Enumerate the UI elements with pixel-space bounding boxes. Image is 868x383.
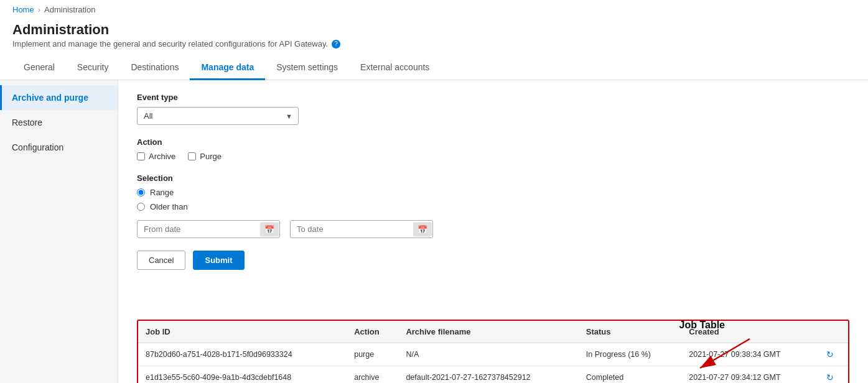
action-checkboxes: Archive Purge (137, 152, 849, 161)
col-job-id: Job ID (138, 321, 347, 343)
purge-checkbox[interactable] (188, 152, 196, 160)
breadcrumb-current: Administration (44, 5, 95, 14)
annotation-label: Job Table (679, 320, 726, 331)
to-date-wrapper: 📅 (290, 220, 433, 238)
cell-action: archive (347, 366, 398, 384)
tab-system-settings[interactable]: System settings (265, 56, 349, 80)
older-than-label: Older than (150, 202, 188, 211)
breadcrumb-home-link[interactable]: Home (12, 5, 34, 14)
cell-action: purge (347, 343, 398, 366)
submit-button[interactable]: Submit (193, 251, 244, 270)
event-type-label: Event type (137, 93, 849, 102)
to-date-input[interactable] (290, 220, 433, 238)
col-refresh (819, 321, 848, 343)
cell-job-id: e1d13e55-5c60-409e-9a1b-4d3cdebf1648 (138, 366, 347, 384)
main-content: Event type All Transaction System ▼ Acti… (118, 80, 868, 383)
date-row: 📅 📅 (137, 220, 849, 238)
col-action: Action (347, 321, 398, 343)
tab-destinations[interactable]: Destinations (119, 56, 190, 80)
event-type-select-wrapper: All Transaction System ▼ (137, 107, 299, 125)
breadcrumb: Home › Administration (0, 0, 868, 19)
selection-label: Selection (137, 173, 849, 183)
tab-security[interactable]: Security (66, 56, 120, 80)
page-header: Administration Implement and manage the … (0, 19, 868, 56)
selection-radios: Range Older than (137, 188, 849, 211)
from-date-wrapper: 📅 (137, 220, 280, 238)
col-status: Status (579, 321, 682, 343)
refresh-icon[interactable]: ↻ (826, 372, 834, 382)
annotation-area: Job Table Job ID Action Archive fi (137, 320, 849, 383)
sidebar-item-configuration[interactable]: Configuration (0, 135, 118, 160)
tab-external-accounts[interactable]: External accounts (349, 56, 441, 80)
main-layout: Archive and purge Restore Configuration … (0, 80, 868, 383)
cell-archive-filename: default-2021-07-27-1627378452912 (398, 366, 578, 384)
page-subtitle: Implement and manage the general and sec… (12, 39, 856, 48)
sidebar: Archive and purge Restore Configuration (0, 80, 118, 383)
cancel-button[interactable]: Cancel (137, 251, 185, 270)
cell-refresh: ↻ (819, 343, 848, 366)
range-label: Range (150, 188, 174, 197)
tab-general[interactable]: General (12, 56, 66, 80)
tab-manage-data[interactable]: Manage data (190, 56, 265, 80)
from-date-input[interactable] (137, 220, 280, 238)
older-than-radio[interactable] (137, 203, 145, 211)
tab-bar: General Security Destinations Manage dat… (0, 56, 868, 80)
form-buttons: Cancel Submit (137, 251, 849, 270)
range-radio[interactable] (137, 188, 145, 196)
purge-label: Purge (200, 152, 222, 161)
sidebar-item-archive-purge[interactable]: Archive and purge (0, 85, 118, 110)
svg-line-1 (700, 339, 750, 368)
cell-job-id: 87b20d60-a751-4028-b171-5f0d96933324 (138, 343, 347, 366)
sidebar-item-restore[interactable]: Restore (0, 110, 118, 135)
cell-status: Completed (579, 366, 682, 384)
cell-status: In Progress (16 %) (579, 343, 682, 366)
breadcrumb-separator: › (38, 5, 40, 14)
cell-archive-filename: N/A (398, 343, 578, 366)
range-radio-label[interactable]: Range (137, 188, 849, 197)
subtitle-text: Implement and manage the general and sec… (12, 39, 328, 48)
purge-checkbox-label[interactable]: Purge (188, 152, 222, 161)
archive-checkbox[interactable] (137, 152, 145, 160)
action-label: Action (137, 137, 849, 147)
refresh-icon[interactable]: ↻ (826, 349, 834, 359)
annotation-arrow-icon (688, 336, 762, 373)
older-than-radio-label[interactable]: Older than (137, 202, 849, 211)
selection-section: Selection Range Older than 📅 (137, 173, 849, 238)
info-icon[interactable]: ? (332, 40, 340, 48)
col-archive-filename: Archive filename (398, 321, 578, 343)
action-section: Action Archive Purge (137, 137, 849, 161)
archive-checkbox-label[interactable]: Archive (137, 152, 175, 161)
from-date-calendar-button[interactable]: 📅 (260, 222, 279, 236)
cell-refresh: ↻ (819, 366, 848, 384)
archive-label: Archive (149, 152, 175, 161)
event-type-select[interactable]: All Transaction System (137, 107, 299, 125)
event-type-section: Event type All Transaction System ▼ (137, 93, 849, 125)
to-date-calendar-button[interactable]: 📅 (413, 222, 432, 236)
page-title: Administration (12, 22, 856, 38)
